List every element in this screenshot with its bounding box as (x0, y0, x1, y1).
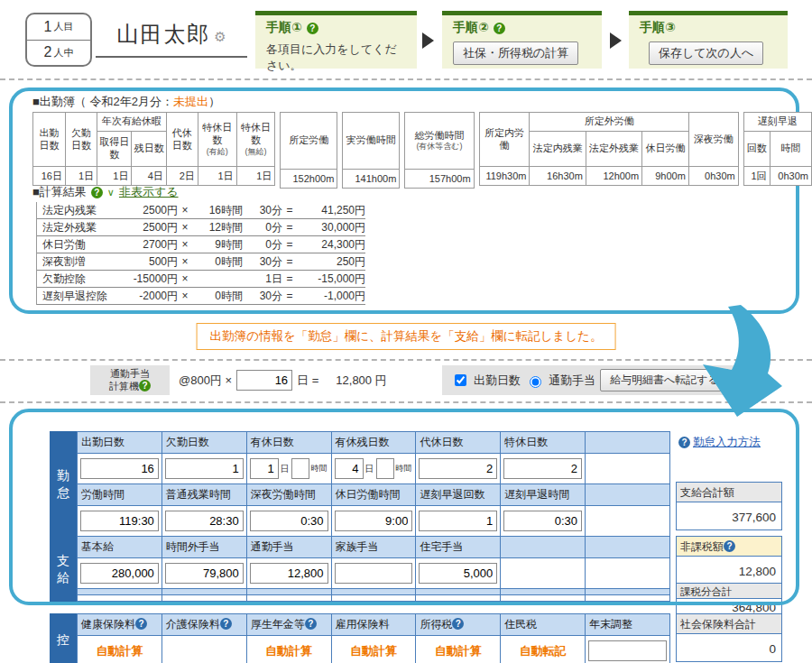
paid-leave-days-input[interactable] (250, 458, 279, 479)
calc-row: 遅刻早退控除-2000円×0時間30分=-1,000円 (37, 288, 365, 305)
calc-row: 深夜割増500円×0時間30分=250円 (37, 253, 365, 271)
nontaxable-box: 非課税額? 12,800 (676, 536, 782, 585)
calc-row: 法定外残業2500円×12時間0分=30,000円 (37, 219, 365, 236)
employee-name-block: 山田太郎⚙ (96, 20, 247, 58)
paid-leave-remaining-hours-input[interactable] (376, 458, 394, 479)
comp-leave-days-input[interactable] (419, 458, 497, 479)
pager-current: 1 人目 (27, 14, 90, 40)
step1-title: 手順① (266, 20, 302, 36)
kintai-section-label: 勤怠 (50, 431, 77, 537)
step-arrow-icon (610, 32, 622, 49)
help-icon[interactable]: ? (135, 618, 147, 630)
payment-total-value: 377,600 (677, 502, 781, 529)
step3-box: 手順③ 保存して次の人へ (629, 11, 788, 69)
calc-results-header: ■計算結果 ? ∨ 非表示する (32, 184, 179, 200)
commute-calculator-label: 通勤手当 計算機? (90, 365, 170, 395)
commute-allowance-radio[interactable] (530, 376, 541, 388)
commute-allowance-radio-label: 通勤手当 (549, 373, 595, 389)
kojo-section-label: 控 (50, 613, 77, 663)
payment-total-box: 支給合計額 377,600 (676, 482, 782, 530)
taxable-total-box: 課税分合計 364,800 (676, 583, 782, 617)
step-arrow-icon (422, 32, 434, 49)
special-leave-days-input[interactable] (503, 458, 582, 479)
step1-instruction: 各項目に入力をしてください。 (266, 41, 408, 74)
help-icon[interactable]: ? (139, 380, 151, 391)
night-work-hours-input[interactable] (250, 511, 328, 531)
family-allowance-input[interactable] (335, 563, 413, 584)
year-end-adjustment-input[interactable] (588, 640, 667, 661)
attendance-days-input[interactable] (80, 458, 159, 479)
paid-leave-remaining-days-input[interactable] (335, 458, 364, 479)
commute-formula: @800円 × 日 = 12,800 円 (170, 365, 442, 395)
tardiness-table: 遅刻早退 回数 時間 1回 0h30m (743, 112, 812, 186)
kintai-section: 勤怠 出勤日数 欠勤日数 有休日数 有休残日数 代休日数 特休日数 日 時間 日 (50, 431, 670, 537)
shikyu-table: 基本給 時間外手当 通勤手当 家族手当 住宅手当 (77, 536, 670, 602)
transfer-notice: 出勤簿の情報を「勤怠」欄に、計算結果を「支給」欄に転記しました。 (197, 323, 616, 350)
help-icon[interactable]: ? (305, 618, 317, 630)
actual-work-table: 実労働時間 141h00m (342, 112, 400, 189)
hide-results-link[interactable]: 非表示する (119, 184, 179, 200)
divider (0, 78, 812, 80)
help-icon[interactable]: ? (724, 540, 735, 552)
holiday-work-hours-input[interactable] (335, 511, 413, 531)
employee-name: 山田太郎 (116, 22, 210, 46)
attendance-book-title: ■出勤簿（ 令和2年2月分：未提出） (32, 94, 220, 110)
step2-box: 手順② ? 社保・所得税の計算 (442, 11, 602, 69)
help-icon[interactable]: ? (220, 618, 232, 630)
absence-days-input[interactable] (165, 458, 244, 479)
base-salary-input[interactable] (80, 563, 159, 584)
help-icon[interactable]: ? (307, 23, 318, 34)
help-icon[interactable]: ? (494, 23, 505, 34)
commute-calculator-bar: 通勤手当 計算機? @800円 × 日 = 12,800 円 出勤日数 通勤手当… (90, 365, 738, 395)
help-icon[interactable]: ? (91, 187, 103, 198)
employee-pager: 1 人目 2 人中 (25, 13, 92, 67)
resident-tax-auto: 自動転記 (501, 636, 586, 663)
step1-box: 手順① ? 各項目に入力をしてください。 (255, 11, 417, 69)
commute-amount: 12,800 円 (336, 373, 386, 389)
gear-icon[interactable]: ⚙ (214, 29, 226, 44)
attendance-days-check-label: 出勤日数 (474, 373, 521, 389)
chevron-down-icon: ∨ (107, 187, 115, 198)
attendance-days-table: 出勤日数 欠勤日数 年次有給休暇 代休日数 特休日数(有給) 特休日数(無給) … (32, 112, 275, 186)
overtime-pay-input[interactable] (165, 563, 244, 584)
total-work-table: 総労働時間(有休等含む) 157h00m (404, 112, 474, 189)
commute-days-input[interactable] (236, 370, 292, 391)
tardy-count-input[interactable] (419, 511, 497, 531)
kojo-section: 控 健康保険料? 介護保険料? 厚生年金等? 雇用保険料 所得税? 住民税 年末… (50, 613, 670, 663)
shikyu-section-label: 支給 (50, 536, 77, 602)
calc-row: 欠勤控除-15000円×1日=-15,000円 (37, 271, 365, 288)
help-icon[interactable]: ? (452, 618, 464, 630)
step3-title: 手順③ (640, 20, 676, 36)
transfer-arrow-icon (688, 303, 795, 419)
payment-total-label: 支給合計額 (677, 483, 781, 502)
social-insurance-total-box: 社会保険料合計 0 (676, 613, 782, 662)
pager-total: 2 人中 (27, 40, 90, 66)
calc-insurance-tax-button[interactable]: 社保・所得税の計算 (453, 41, 578, 65)
tardy-hours-input[interactable] (503, 511, 582, 531)
kintai-help-link-row: ? 勤怠入力方法 (678, 435, 761, 450)
save-next-person-button[interactable]: 保存して次の人へ (649, 41, 763, 65)
attendance-days-checkbox[interactable] (455, 374, 466, 386)
calc-row: 休日労働2700円×9時間0分=24,300円 (37, 236, 365, 253)
scheduled-work-table: 所定労働 152h00m (280, 112, 337, 189)
calc-results-title: ■計算結果 (32, 184, 87, 200)
nontaxable-label: 非課税額 (680, 540, 724, 553)
overtime-breakdown-table: 所定内労働 所定外労働 深夜労働 法定内残業 法定外残業 休日労働 119h30… (479, 112, 739, 186)
social-insurance-total-label: 社会保険料合計 (677, 614, 781, 634)
attendance-book-table: 出勤日数 欠勤日数 年次有給休暇 代休日数 特休日数(有給) 特休日数(無給) … (32, 112, 812, 189)
employment-insurance-auto: 自動計算 (331, 636, 416, 663)
commute-allowance-input[interactable] (250, 563, 328, 584)
work-hours-input[interactable] (80, 511, 159, 531)
payroll-app-page: 1 人目 2 人中 山田太郎⚙ 手順① ? 各項目に入力をしてください。 手順②… (0, 0, 812, 663)
pension-auto: 自動計算 (246, 636, 331, 663)
status-unsubmitted: 未提出 (173, 95, 208, 108)
paid-leave-hours-input[interactable] (291, 458, 309, 479)
nontaxable-value: 12,800 (677, 557, 781, 584)
income-tax-auto: 自動計算 (416, 636, 501, 663)
housing-allowance-input[interactable] (419, 563, 497, 584)
help-icon[interactable]: ? (678, 437, 690, 448)
kintai-input-help-link[interactable]: 勤怠入力方法 (693, 435, 761, 450)
kojo-table: 健康保険料? 介護保険料? 厚生年金等? 雇用保険料 所得税? 住民税 年末調整… (77, 613, 670, 663)
overtime-hours-input[interactable] (165, 511, 244, 531)
social-insurance-total-value: 0 (677, 634, 781, 661)
